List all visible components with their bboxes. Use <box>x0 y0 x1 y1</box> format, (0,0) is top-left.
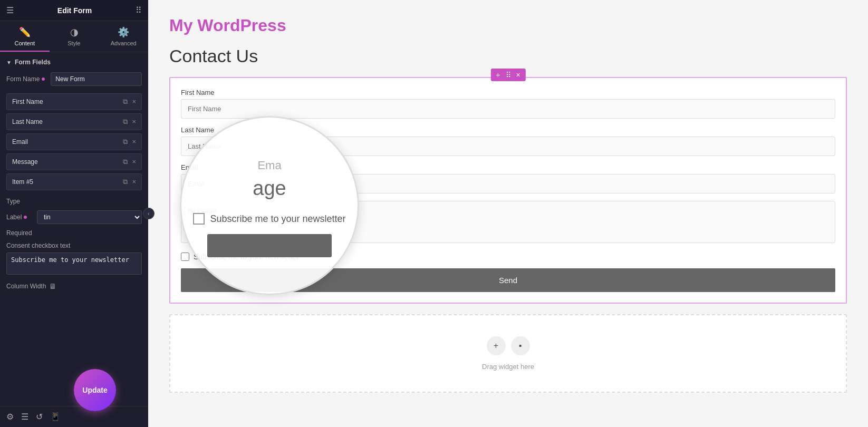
form-name-dot-icon <box>42 77 45 81</box>
widget-move-button[interactable]: ⠿ <box>504 70 513 80</box>
email-input[interactable] <box>181 174 835 193</box>
consent-checkbox-label: Subscribe me to your newsletter <box>194 253 299 261</box>
duplicate-field-lastname-icon[interactable]: ⧉ <box>123 118 128 126</box>
form-name-row: Form Name <box>6 72 142 86</box>
update-button[interactable]: Update <box>74 369 116 411</box>
field-actions-firstname: ⧉ × <box>123 98 136 106</box>
required-label: Required <box>6 229 32 237</box>
widget-add-button[interactable]: + <box>494 70 502 80</box>
send-button[interactable]: Send <box>181 268 835 292</box>
content-tab-icon: ✏️ <box>19 26 31 38</box>
form-name-label: Form Name <box>6 75 46 83</box>
email-label: Email <box>181 163 835 171</box>
duplicate-field-email-icon[interactable]: ⧉ <box>123 138 128 146</box>
drop-zone-add-button[interactable]: + <box>487 336 506 355</box>
panel-tabs: ✏️ Content ◑ Style ⚙️ Advanced <box>0 21 148 52</box>
firstname-input[interactable] <box>181 99 835 119</box>
style-tab-icon: ◑ <box>70 26 79 38</box>
label-row: Label tin <box>6 210 142 224</box>
consent-checkbox[interactable] <box>181 253 189 261</box>
field-item-firstname: First Name ⧉ × <box>6 93 142 110</box>
lastname-input[interactable] <box>181 137 835 156</box>
duplicate-field-item5-icon[interactable]: ⧉ <box>123 178 128 186</box>
field-label-item5: Item #5 <box>12 178 123 186</box>
field-actions-lastname: ⧉ × <box>123 118 136 126</box>
panel-header: ☰ Edit Form ⠿ <box>0 0 148 21</box>
layers-icon[interactable]: ☰ <box>21 412 28 422</box>
tab-advanced[interactable]: ⚙️ Advanced <box>99 21 148 52</box>
site-title: My WordPress <box>169 16 847 35</box>
field-label-lastname: Last Name <box>12 118 123 125</box>
remove-field-email-icon[interactable]: × <box>132 138 136 146</box>
field-item-email: Email ⧉ × <box>6 133 142 150</box>
tab-content[interactable]: ✏️ Content <box>0 21 50 52</box>
form-field-firstname: First Name <box>181 89 835 119</box>
field-actions-item5: ⧉ × <box>123 178 136 186</box>
field-label-email: Email <box>12 138 123 145</box>
remove-field-item5-icon[interactable]: × <box>132 178 136 186</box>
lastname-label: Last Name <box>181 126 835 134</box>
label-select[interactable]: tin <box>37 210 142 224</box>
form-field-email: Email <box>181 163 835 193</box>
field-label-firstname: First Name <box>12 98 123 105</box>
consent-checkbox-row: Subscribe me to your newsletter <box>181 253 835 261</box>
form-field-message <box>181 201 835 245</box>
left-panel: ☰ Edit Form ⠿ ✏️ Content ◑ Style ⚙️ Adva… <box>0 0 148 427</box>
column-width-row: Column Width 🖥 <box>6 282 142 290</box>
widget-toolbar: + ⠿ × <box>490 69 525 81</box>
bottom-icons: ⚙ ☰ ↺ 📱 <box>6 412 61 422</box>
message-textarea[interactable] <box>181 201 835 243</box>
style-tab-label: Style <box>67 40 80 46</box>
field-item-message: Message ⧉ × <box>6 153 142 170</box>
section-arrow-icon: ▼ <box>6 60 12 65</box>
type-label: Type <box>6 198 20 205</box>
remove-field-lastname-icon[interactable]: × <box>132 118 136 126</box>
field-item-lastname: Last Name ⧉ × <box>6 113 142 130</box>
drop-zone-icons: + ▪ <box>487 336 530 355</box>
panel-body: ▼ Form Fields Form Name First Name ⧉ × L… <box>0 52 148 406</box>
drop-zone-widget-button[interactable]: ▪ <box>511 336 530 355</box>
remove-field-firstname-icon[interactable]: × <box>132 98 136 106</box>
column-width-label: Column Width 🖥 <box>6 282 142 290</box>
collapse-panel-icon[interactable]: ‹ <box>143 208 155 219</box>
grid-icon[interactable]: ⠿ <box>136 5 142 15</box>
duplicate-field-firstname-icon[interactable]: ⧉ <box>123 98 128 106</box>
consent-label: Consent checkbox text <box>6 242 142 249</box>
field-label-message: Message <box>12 158 123 166</box>
panel-bottom: ⚙ ☰ ↺ 📱 <box>0 406 148 427</box>
history-icon[interactable]: ↺ <box>36 412 43 422</box>
type-row: Type <box>6 198 142 205</box>
required-row: Required <box>6 229 142 237</box>
content-tab-label: Content <box>15 40 35 46</box>
drop-zone-text: Drag widget here <box>482 363 534 371</box>
form-widget: + ⠿ × First Name Last Name Email Subscri… <box>169 77 847 304</box>
widget-close-button[interactable]: × <box>514 70 523 80</box>
hamburger-icon[interactable]: ☰ <box>6 5 14 15</box>
field-list: First Name ⧉ × Last Name ⧉ × Email ⧉ × <box>6 93 142 190</box>
form-fields-section-header[interactable]: ▼ Form Fields <box>6 59 142 66</box>
label-dot-icon <box>24 216 27 219</box>
consent-textarea[interactable]: Subscribe me to your newsletter <box>6 253 142 275</box>
label-field-label: Label <box>6 214 33 221</box>
settings-icon[interactable]: ⚙ <box>6 412 14 422</box>
remove-field-message-icon[interactable]: × <box>132 158 136 166</box>
advanced-tab-label: Advanced <box>111 40 137 46</box>
responsive-icon[interactable]: 📱 <box>50 412 61 422</box>
main-content: My WordPress Contact Us + ⠿ × First Name… <box>148 0 868 427</box>
field-actions-email: ⧉ × <box>123 138 136 146</box>
drop-zone: + ▪ Drag widget here <box>169 314 847 393</box>
form-fields-section-label: Form Fields <box>15 59 51 66</box>
firstname-label: First Name <box>181 89 835 96</box>
form-name-input[interactable] <box>51 72 142 86</box>
desktop-icon: 🖥 <box>49 282 56 290</box>
form-field-lastname: Last Name <box>181 126 835 156</box>
panel-header-title: Edit Form <box>57 6 92 15</box>
field-actions-message: ⧉ × <box>123 158 136 166</box>
tab-style[interactable]: ◑ Style <box>50 21 99 52</box>
page-title: Contact Us <box>169 46 847 66</box>
duplicate-field-message-icon[interactable]: ⧉ <box>123 158 128 166</box>
field-item-item5: Item #5 ⧉ × <box>6 173 142 190</box>
advanced-tab-icon: ⚙️ <box>118 26 129 38</box>
